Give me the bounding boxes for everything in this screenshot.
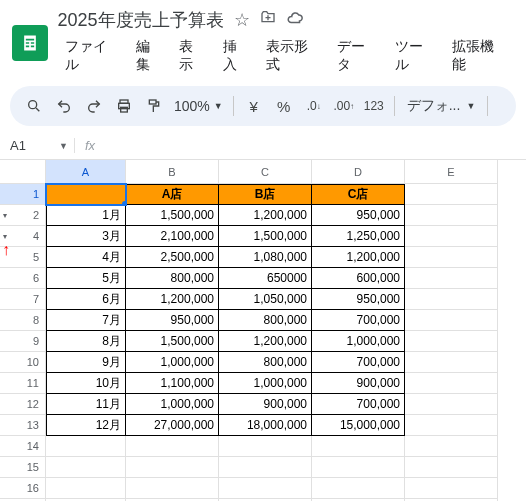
cell[interactable]: 1,200,000 (126, 289, 219, 310)
selection-handle[interactable] (122, 201, 126, 205)
row-header[interactable]: 15 (0, 457, 46, 478)
cell[interactable]: 2,100,000 (126, 226, 219, 247)
cell[interactable] (405, 226, 498, 247)
menu-edit[interactable]: 編集 (129, 34, 171, 78)
cloud-status-icon[interactable] (286, 9, 304, 32)
cell[interactable]: 700,000 (312, 394, 405, 415)
cell[interactable]: 1,500,000 (126, 205, 219, 226)
menu-data[interactable]: データ (330, 34, 385, 78)
cell[interactable] (312, 436, 405, 457)
cell[interactable]: 700,000 (312, 352, 405, 373)
cell[interactable] (46, 436, 126, 457)
cell[interactable]: 27,000,000 (126, 415, 219, 436)
font-select[interactable]: デフォ...▼ (401, 97, 482, 115)
cell[interactable] (405, 415, 498, 436)
cell[interactable] (405, 436, 498, 457)
cell[interactable] (405, 310, 498, 331)
cell[interactable]: 950,000 (126, 310, 219, 331)
col-header[interactable]: B (126, 160, 219, 184)
cell[interactable] (405, 205, 498, 226)
cell[interactable]: 15,000,000 (312, 415, 405, 436)
cell-A1[interactable] (46, 184, 126, 205)
row-header[interactable]: 13 (0, 415, 46, 436)
cell[interactable]: 1月 (46, 205, 126, 226)
cell[interactable]: 1,000,000 (126, 352, 219, 373)
cell[interactable]: 900,000 (219, 394, 312, 415)
name-box[interactable]: A1 ▼ (0, 138, 74, 153)
cell[interactable] (405, 373, 498, 394)
cell[interactable]: 1,050,000 (219, 289, 312, 310)
cell[interactable]: 950,000 (312, 205, 405, 226)
cell[interactable] (405, 268, 498, 289)
col-header[interactable]: C (219, 160, 312, 184)
cell[interactable] (219, 436, 312, 457)
cell[interactable]: 700,000 (312, 310, 405, 331)
cell[interactable]: 10月 (46, 373, 126, 394)
cell[interactable] (126, 436, 219, 457)
cell[interactable]: 1,200,000 (219, 331, 312, 352)
row-header[interactable]: 12 (0, 394, 46, 415)
cell[interactable] (405, 457, 498, 478)
menu-extensions[interactable]: 拡張機能 (445, 34, 514, 78)
cell[interactable] (219, 478, 312, 499)
cell[interactable]: 11月 (46, 394, 126, 415)
cell[interactable]: C店 (312, 184, 405, 205)
search-icon[interactable] (20, 92, 48, 120)
cell[interactable] (405, 394, 498, 415)
cell[interactable] (312, 478, 405, 499)
cell[interactable]: 12月 (46, 415, 126, 436)
row-header[interactable]: 14 (0, 436, 46, 457)
percent-icon[interactable]: % (270, 92, 298, 120)
paint-format-icon[interactable] (140, 92, 168, 120)
row-header[interactable]: 11 (0, 373, 46, 394)
cell[interactable] (312, 457, 405, 478)
sheets-logo[interactable] (12, 25, 48, 61)
col-header[interactable]: E (405, 160, 498, 184)
cell[interactable]: 650000 (219, 268, 312, 289)
cell[interactable]: 1,500,000 (219, 226, 312, 247)
cell[interactable]: 7月 (46, 310, 126, 331)
row-header[interactable]: ▾2 (0, 205, 46, 226)
zoom-select[interactable]: 100%▼ (170, 98, 227, 114)
row-header[interactable]: 7 (0, 289, 46, 310)
select-all-corner[interactable] (0, 160, 46, 184)
star-icon[interactable]: ☆ (234, 9, 250, 32)
decrease-decimal-icon[interactable]: .0↓ (300, 92, 328, 120)
cell[interactable]: 3月 (46, 226, 126, 247)
cell[interactable] (219, 457, 312, 478)
menu-file[interactable]: ファイル (58, 34, 127, 78)
cell[interactable]: 1,200,000 (312, 247, 405, 268)
cell[interactable]: 1,500,000 (126, 331, 219, 352)
cell[interactable]: 1,250,000 (312, 226, 405, 247)
row-header[interactable]: ↑5 (0, 247, 46, 268)
cell[interactable]: 8月 (46, 331, 126, 352)
cell[interactable] (405, 184, 498, 205)
cell[interactable] (126, 478, 219, 499)
print-icon[interactable] (110, 92, 138, 120)
row-header[interactable]: 8 (0, 310, 46, 331)
cell[interactable]: 5月 (46, 268, 126, 289)
row-header[interactable]: 16 (0, 478, 46, 499)
row-header[interactable]: 1 (0, 184, 46, 205)
menu-insert[interactable]: 挿入 (216, 34, 258, 78)
cell[interactable]: 800,000 (219, 310, 312, 331)
cell[interactable]: 1,100,000 (126, 373, 219, 394)
cell[interactable]: 900,000 (312, 373, 405, 394)
cell[interactable] (405, 331, 498, 352)
currency-yen-icon[interactable]: ¥ (240, 92, 268, 120)
menu-view[interactable]: 表示 (172, 34, 214, 78)
doc-title[interactable]: 2025年度売上予算表 (58, 8, 224, 32)
cell[interactable]: 600,000 (312, 268, 405, 289)
cell[interactable]: 1,200,000 (219, 205, 312, 226)
cell[interactable] (126, 457, 219, 478)
cell[interactable]: 4月 (46, 247, 126, 268)
col-header[interactable]: A (46, 160, 126, 184)
undo-icon[interactable] (50, 92, 78, 120)
menu-format[interactable]: 表示形式 (259, 34, 328, 78)
cell[interactable]: 1,000,000 (219, 373, 312, 394)
cell[interactable]: 1,080,000 (219, 247, 312, 268)
menu-tools[interactable]: ツール (388, 34, 443, 78)
cell[interactable]: 800,000 (126, 268, 219, 289)
cell[interactable] (405, 247, 498, 268)
cell[interactable]: A店 (126, 184, 219, 205)
